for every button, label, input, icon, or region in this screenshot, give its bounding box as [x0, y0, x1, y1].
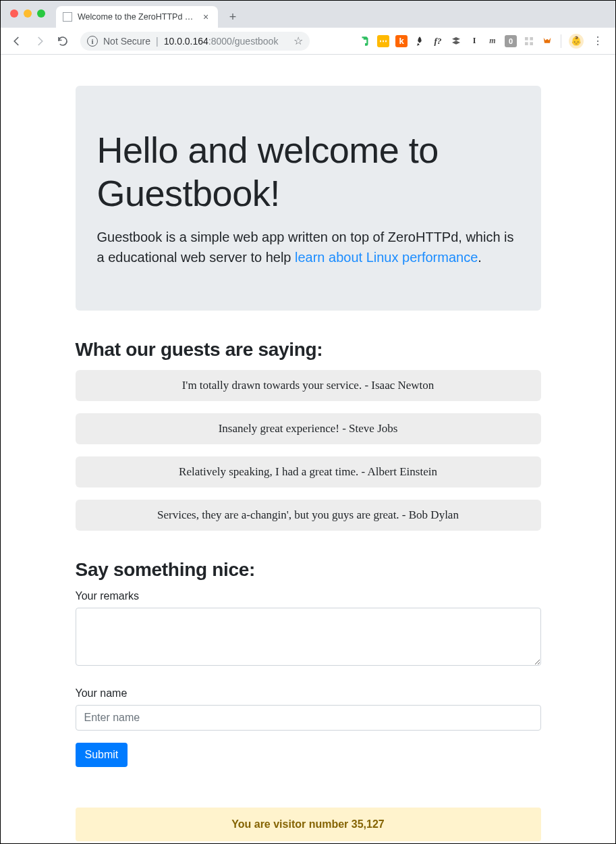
- browser-tab[interactable]: Welcome to the ZeroHTTPd Gu ×: [56, 6, 218, 28]
- buffer-icon[interactable]: [450, 35, 462, 47]
- omnibox-separator: |: [156, 36, 159, 47]
- guest-item: Services, they are a-changin', but you g…: [76, 500, 541, 531]
- profile-avatar[interactable]: 👶: [569, 34, 584, 49]
- submit-button[interactable]: Submit: [76, 743, 128, 767]
- evernote-icon[interactable]: [359, 35, 371, 47]
- extension-grid-icon[interactable]: [523, 35, 535, 47]
- extension-badge-icon[interactable]: 0: [505, 35, 517, 47]
- tab-close-icon[interactable]: ×: [200, 11, 211, 22]
- lead-text-post: .: [478, 250, 482, 265]
- name-input[interactable]: [76, 705, 541, 731]
- extension-k-icon[interactable]: k: [395, 35, 408, 47]
- not-secure-label: Not Secure: [103, 36, 150, 47]
- tab-title: Welcome to the ZeroHTTPd Gu: [78, 12, 195, 22]
- extension-fox-icon[interactable]: [541, 35, 553, 47]
- page-container: Hello and welcome to Guestbook! Guestboo…: [76, 55, 541, 841]
- guest-item: I'm totally drawn towards your service. …: [76, 370, 541, 401]
- address-bar[interactable]: i Not Secure | 10.0.0.164:8000/guestbook…: [80, 32, 310, 51]
- learn-link[interactable]: learn about Linux performance: [295, 250, 478, 265]
- window-close-button[interactable]: [10, 9, 18, 18]
- remarks-label: Your remarks: [76, 590, 541, 602]
- guest-item: Insanely great experience! - Steve Jobs: [76, 413, 541, 444]
- url-text: 10.0.0.164:8000/guestbook: [164, 36, 279, 47]
- guests-heading: What our guests are saying:: [76, 339, 541, 361]
- page-title: Hello and welcome to Guestbook!: [97, 129, 520, 215]
- browser-menu-icon[interactable]: ⋮: [590, 34, 606, 47]
- instapaper-icon[interactable]: I: [468, 35, 480, 47]
- new-tab-button[interactable]: +: [223, 7, 242, 26]
- hero-jumbotron: Hello and welcome to Guestbook! Guestboo…: [76, 86, 541, 311]
- lead-paragraph: Guestbook is a simple web app written on…: [97, 227, 520, 267]
- browser-toolbar: i Not Secure | 10.0.0.164:8000/guestbook…: [1, 28, 615, 55]
- bookmark-star-icon[interactable]: ☆: [293, 34, 303, 47]
- tab-favicon-icon: [63, 12, 72, 22]
- svg-rect-0: [525, 37, 528, 41]
- guest-item: Relatively speaking, I had a great time.…: [76, 456, 541, 487]
- rocket-icon[interactable]: [414, 35, 426, 47]
- remarks-input[interactable]: [76, 608, 541, 666]
- reload-button[interactable]: [53, 32, 72, 51]
- window-minimize-button[interactable]: [24, 9, 32, 18]
- guest-list: I'm totally drawn towards your service. …: [76, 370, 541, 531]
- site-info-icon[interactable]: i: [87, 36, 98, 47]
- window-controls: [10, 9, 45, 18]
- extension-m-icon[interactable]: m: [486, 35, 499, 47]
- name-label: Your name: [76, 687, 541, 700]
- page-viewport[interactable]: Hello and welcome to Guestbook! Guestboo…: [1, 55, 615, 843]
- toolbar-separator: [561, 34, 561, 48]
- forward-button[interactable]: [30, 32, 49, 51]
- browser-tab-strip: Welcome to the ZeroHTTPd Gu × +: [1, 1, 615, 28]
- window-maximize-button[interactable]: [37, 9, 45, 18]
- svg-rect-1: [530, 37, 533, 41]
- visitor-banner: You are visitor number 35,127: [76, 808, 541, 841]
- extension-icons: ⋯ k f? I m 0 👶 ⋮: [359, 34, 609, 49]
- extension-f-icon[interactable]: f?: [432, 35, 444, 47]
- extension-icon[interactable]: ⋯: [377, 35, 389, 47]
- svg-rect-2: [525, 42, 528, 45]
- svg-rect-3: [530, 42, 533, 45]
- back-button[interactable]: [7, 32, 26, 51]
- form-heading: Say something nice:: [76, 559, 541, 581]
